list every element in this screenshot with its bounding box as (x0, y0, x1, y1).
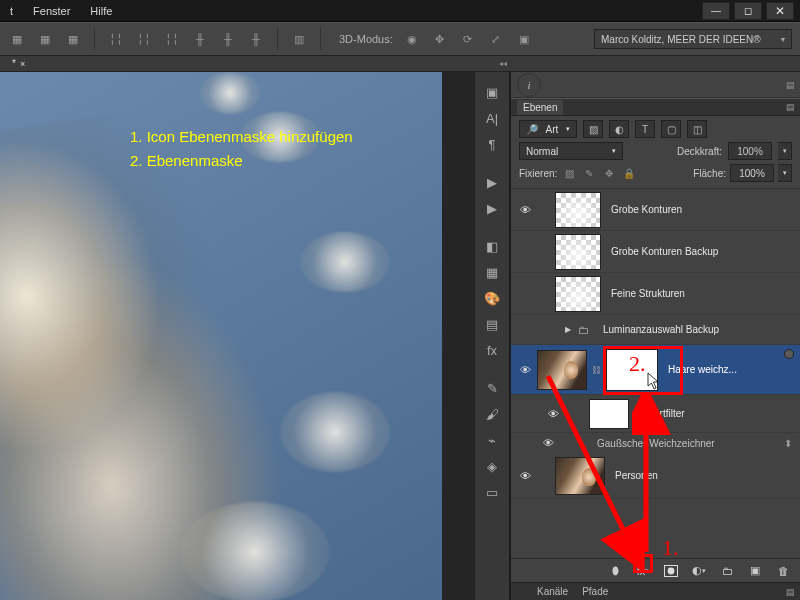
expand-icon[interactable]: ▶ (565, 325, 571, 334)
3d-cam-icon[interactable]: ▣ (515, 30, 533, 48)
3d-orbit-icon[interactable]: ◉ (403, 30, 421, 48)
visibility-toggle[interactable] (517, 203, 533, 217)
adjustments-panel-icon[interactable]: ▤ (478, 312, 506, 336)
delete-layer-icon[interactable]: 🗑 (774, 562, 792, 580)
panel-menu-icon[interactable]: ▤ (786, 80, 794, 90)
layer-row[interactable]: Feine Strukturen (511, 273, 800, 315)
layer-name[interactable]: Feine Strukturen (611, 288, 794, 299)
actions-panel-icon[interactable]: ▶ (478, 170, 506, 194)
filter-type-icon[interactable]: T (635, 120, 655, 138)
visibility-toggle[interactable] (545, 407, 561, 421)
layer-name[interactable]: Smartfilter (639, 408, 794, 419)
layer-thumbnail[interactable] (555, 457, 605, 495)
distrib-3-icon[interactable]: ╎╎ (163, 30, 181, 48)
layer-name[interactable]: Luminanzauswahl Backup (603, 324, 794, 335)
layer-row[interactable]: Grobe Konturen (511, 189, 800, 231)
layer-row[interactable]: Personen (511, 453, 800, 499)
layer-name[interactable]: Grobe Konturen (611, 204, 794, 215)
navigator-panel-icon[interactable]: ◧ (478, 234, 506, 258)
minimize-button[interactable]: — (702, 2, 730, 20)
distrib-6-icon[interactable]: ╫ (247, 30, 265, 48)
menu-hilfe[interactable]: Hilfe (80, 2, 122, 20)
layer-group-row[interactable]: ▶ 🗀 Luminanzauswahl Backup (511, 315, 800, 345)
ebenen-panel-menu-icon[interactable]: ▤ (786, 102, 794, 112)
distrib-1-icon[interactable]: ╎╎ (107, 30, 125, 48)
maximize-button[interactable]: ◻ (734, 2, 762, 20)
new-adjustment-icon[interactable]: ◐▾ (690, 562, 708, 580)
tool-presets-panel-icon[interactable]: ▭ (478, 480, 506, 504)
blend-mode-dropdown[interactable]: Normal ▾ (519, 142, 623, 160)
character-panel-icon[interactable]: A| (478, 106, 506, 130)
lock-all-icon[interactable]: 🔒 (621, 165, 637, 181)
layer-thumbnail[interactable] (537, 350, 587, 390)
layer-name[interactable]: Personen (615, 470, 794, 481)
auto-align-icon[interactable]: ▥ (290, 30, 308, 48)
filter-name[interactable]: Gaußscher Weichzeichner (597, 438, 715, 449)
tab-kanale[interactable]: Kanäle (531, 584, 574, 599)
filter-pixel-icon[interactable]: ▧ (583, 120, 603, 138)
filter-shape-icon[interactable]: ▢ (661, 120, 681, 138)
filter-kind-dropdown[interactable]: 🔎 Art ▾ (519, 120, 577, 138)
new-layer-icon[interactable]: ▣ (746, 562, 764, 580)
3d-roll-icon[interactable]: ⟳ (459, 30, 477, 48)
layer-row[interactable]: Grobe Konturen Backup (511, 231, 800, 273)
brushsettings-panel-icon[interactable]: ⌁ (478, 428, 506, 452)
3d-pan-icon[interactable]: ✥ (431, 30, 449, 48)
add-layer-mask-icon[interactable] (662, 562, 680, 580)
filter-adjust-icon[interactable]: ◐ (609, 120, 629, 138)
distrib-5-icon[interactable]: ╫ (219, 30, 237, 48)
align-left-icon[interactable]: ▦ (8, 30, 26, 48)
tab-ebenen[interactable]: Ebenen (517, 100, 563, 115)
filter-blend-icon[interactable]: ⬍ (784, 438, 792, 449)
menu-truncated[interactable]: t (0, 2, 23, 20)
lock-pixels-icon[interactable]: ✎ (581, 165, 597, 181)
close-tab-icon[interactable]: × (20, 59, 25, 69)
visibility-toggle[interactable] (517, 363, 533, 377)
new-group-icon[interactable]: 🗀 (718, 562, 736, 580)
fill-input[interactable]: 100% (730, 164, 774, 182)
align-center-icon[interactable]: ▦ (36, 30, 54, 48)
clone-panel-icon[interactable]: ◈ (478, 454, 506, 478)
lock-transparent-icon[interactable]: ▨ (561, 165, 577, 181)
layer-thumbnail[interactable] (555, 276, 601, 312)
layer-style-icon[interactable]: fx▾ (634, 562, 652, 580)
opacity-stepper[interactable]: ▾ (778, 142, 792, 160)
layer-thumbnail[interactable] (555, 192, 601, 228)
collapse-handle-icon[interactable]: ◂◂ (499, 59, 507, 68)
document-tab[interactable]: * × (4, 57, 33, 70)
link-icon[interactable]: ⛓ (592, 365, 601, 375)
smartfilter-mask-thumbnail[interactable] (589, 399, 629, 429)
layer-smartfilter-row[interactable]: Smartfilter (511, 395, 800, 433)
swatches-panel-icon[interactable]: ▦ (478, 260, 506, 284)
layer-thumbnail[interactable] (555, 234, 601, 270)
styles-panel-icon[interactable]: fx (478, 338, 506, 362)
visibility-toggle[interactable] (517, 469, 533, 483)
align-right-icon[interactable]: ▦ (64, 30, 82, 48)
menu-fenster[interactable]: Fenster (23, 2, 80, 20)
opacity-input[interactable]: 100% (728, 142, 772, 160)
play-panel-icon[interactable]: ▶ (478, 196, 506, 220)
link-layers-icon[interactable]: ⬮ (606, 562, 624, 580)
distrib-4-icon[interactable]: ╫ (191, 30, 209, 48)
panel-menu-icon[interactable]: ▤ (786, 587, 794, 597)
paragraph-panel-icon[interactable]: ¶ (478, 132, 506, 156)
properties-panel-icon[interactable]: ✎ (478, 376, 506, 400)
history-panel-icon[interactable]: ▣ (478, 80, 506, 104)
visibility-toggle[interactable] (541, 436, 555, 450)
document-canvas[interactable]: 1. Icon Ebenenmaske hinzufügen 2. Ebenen… (0, 72, 442, 600)
filter-smart-icon[interactable]: ◫ (687, 120, 707, 138)
lock-position-icon[interactable]: ✥ (601, 165, 617, 181)
layer-name[interactable]: Haare weichz... (668, 364, 794, 375)
tab-pfade[interactable]: Pfade (576, 584, 614, 599)
workspace-dropdown[interactable]: Marco Kolditz, MEER DER IDEEN® ▾ (594, 29, 792, 49)
marker-2: 2. (629, 351, 646, 377)
3d-scale-icon[interactable]: ⤢ (487, 30, 505, 48)
smartfilter-item[interactable]: Gaußscher Weichzeichner ⬍ (511, 433, 800, 453)
close-button[interactable]: ✕ (766, 2, 794, 20)
layer-name[interactable]: Grobe Konturen Backup (611, 246, 794, 257)
color-panel-icon[interactable]: 🎨 (478, 286, 506, 310)
brush-panel-icon[interactable]: 🖌 (478, 402, 506, 426)
distrib-2-icon[interactable]: ╎╎ (135, 30, 153, 48)
info-panel-collapsed[interactable]: i ▤ (511, 72, 800, 98)
fill-stepper[interactable]: ▾ (778, 164, 792, 182)
